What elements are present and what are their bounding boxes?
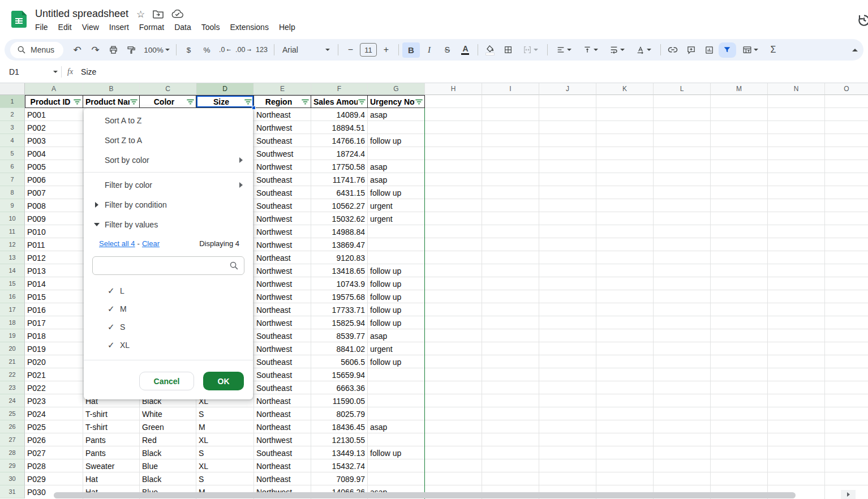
cell-E29[interactable]: Northeast (254, 459, 311, 472)
print-button[interactable] (105, 42, 122, 58)
column-header-B[interactable]: B (83, 83, 140, 95)
row-header-17[interactable]: 17 (0, 303, 25, 316)
cell-B25[interactable]: T-shirt (83, 407, 140, 420)
cell-G10[interactable]: urgent (368, 212, 425, 225)
clear-link[interactable]: Clear (142, 239, 160, 248)
cell-F8[interactable]: 6431.15 (311, 186, 368, 199)
cell-B26[interactable]: T-shirt (83, 420, 140, 433)
fill-handle[interactable] (252, 106, 256, 110)
menus-search-button[interactable]: Menus (10, 42, 63, 58)
cell-D26[interactable]: M (196, 420, 254, 433)
cell-F5[interactable]: 18724.4 (311, 147, 368, 160)
cell-E25[interactable]: Northeast (254, 407, 311, 420)
cell-F17[interactable]: 17733.71 (311, 303, 368, 316)
cell-A12[interactable]: P011 (25, 238, 83, 251)
cell-E20[interactable]: Northwest (254, 342, 311, 355)
fill-color-button[interactable] (482, 42, 499, 58)
cell-G8[interactable]: follow up (368, 186, 425, 199)
row-header-23[interactable]: 23 (0, 381, 25, 394)
cell-D25[interactable]: S (196, 407, 254, 420)
cell-A25[interactable]: P024 (25, 407, 83, 420)
column-header-F[interactable]: F (311, 83, 368, 95)
cell-C27[interactable]: Red (140, 433, 196, 446)
cancel-button[interactable]: Cancel (139, 372, 194, 390)
cell-F24[interactable]: 11590.05 (311, 394, 368, 407)
row-header-28[interactable]: 28 (0, 446, 25, 459)
cell-A28[interactable]: P027 (25, 446, 83, 459)
header-cell-D1[interactable]: Size (196, 95, 254, 108)
cell-A7[interactable]: P006 (25, 173, 83, 186)
cell-E9[interactable]: Southeast (254, 199, 311, 212)
cell-A6[interactable]: P005 (25, 160, 83, 173)
cell-B28[interactable]: Pants (83, 446, 140, 459)
header-cell-C1[interactable]: Color (140, 95, 196, 108)
cell-F6[interactable]: 17750.58 (311, 160, 368, 173)
borders-button[interactable] (500, 42, 517, 58)
cell-F22[interactable]: 15659.94 (311, 368, 368, 381)
row-header-25[interactable]: 25 (0, 407, 25, 420)
cell-E30[interactable]: Northeast (254, 472, 311, 485)
text-wrap-button[interactable] (604, 42, 630, 58)
row-header-26[interactable]: 26 (0, 420, 25, 433)
cell-C29[interactable]: Blue (140, 459, 196, 472)
row-header-5[interactable]: 5 (0, 147, 25, 160)
cell-E13[interactable]: Northeast (254, 251, 311, 264)
sheets-logo-icon[interactable] (11, 11, 27, 28)
insert-chart-button[interactable] (701, 42, 718, 58)
cell-A24[interactable]: P023 (25, 394, 83, 407)
horizontal-align-button[interactable] (551, 42, 577, 58)
scrollbar-thumb[interactable] (54, 492, 796, 498)
column-header-L[interactable]: L (654, 83, 711, 95)
cell-G18[interactable]: follow up (368, 316, 425, 329)
filter-value-s[interactable]: ✓S (84, 318, 253, 336)
cell-E26[interactable]: Northeast (254, 420, 311, 433)
cell-D29[interactable]: XL (196, 459, 254, 472)
cell-A4[interactable]: P003 (25, 134, 83, 147)
column-header-I[interactable]: I (482, 83, 539, 95)
cell-E2[interactable]: Northeast (254, 108, 311, 121)
filter-search-input[interactable] (92, 256, 244, 275)
cell-E12[interactable]: Northwest (254, 238, 311, 251)
row-header-20[interactable]: 20 (0, 342, 25, 355)
ok-button[interactable]: OK (203, 372, 244, 390)
cell-E16[interactable]: Northwest (254, 290, 311, 303)
row-header-9[interactable]: 9 (0, 199, 25, 212)
column-filter-icon[interactable] (186, 98, 195, 106)
cell-F3[interactable]: 18894.51 (311, 121, 368, 134)
header-cell-F1[interactable]: Sales Amount (311, 95, 368, 108)
collapse-toolbar-icon[interactable] (852, 49, 858, 51)
cell-E19[interactable]: Southeast (254, 329, 311, 342)
cell-E3[interactable]: Northwest (254, 121, 311, 134)
row-header-15[interactable]: 15 (0, 277, 25, 290)
menu-item-sort-by-color[interactable]: Sort by color (84, 150, 253, 170)
menubar-item-help[interactable]: Help (274, 21, 300, 33)
select-all-corner[interactable] (0, 83, 25, 95)
row-header-24[interactable]: 24 (0, 394, 25, 407)
row-header-6[interactable]: 6 (0, 160, 25, 173)
cell-E28[interactable]: Southeast (254, 446, 311, 459)
menu-item-filter-by-color[interactable]: Filter by color (84, 175, 253, 195)
cell-C30[interactable]: Black (140, 472, 196, 485)
cell-A22[interactable]: P021 (25, 368, 83, 381)
filter-value-l[interactable]: ✓L (84, 282, 253, 300)
cell-G6[interactable]: asap (368, 160, 425, 173)
cell-G20[interactable]: urgent (368, 342, 425, 355)
row-header-2[interactable]: 2 (0, 108, 25, 121)
cell-F29[interactable]: 15432.74 (311, 459, 368, 472)
cell-D30[interactable]: S (196, 472, 254, 485)
cell-F2[interactable]: 14089.4 (311, 108, 368, 121)
column-filter-icon[interactable] (415, 98, 423, 106)
cell-F26[interactable]: 18436.45 (311, 420, 368, 433)
column-header-O[interactable]: O (825, 83, 868, 95)
cell-E11[interactable]: Northwest (254, 225, 311, 238)
text-rotation-button[interactable] (631, 42, 657, 58)
menubar-item-data[interactable]: Data (169, 21, 196, 33)
cell-A14[interactable]: P013 (25, 264, 83, 277)
cell-E5[interactable]: Southwest (254, 147, 311, 160)
cell-B30[interactable]: Hat (83, 472, 140, 485)
column-filter-icon[interactable] (130, 98, 138, 106)
insert-comment-button[interactable] (682, 42, 700, 58)
format-percent-button[interactable]: % (198, 42, 216, 58)
cell-E15[interactable]: Northwest (254, 277, 311, 290)
cell-A16[interactable]: P015 (25, 290, 83, 303)
